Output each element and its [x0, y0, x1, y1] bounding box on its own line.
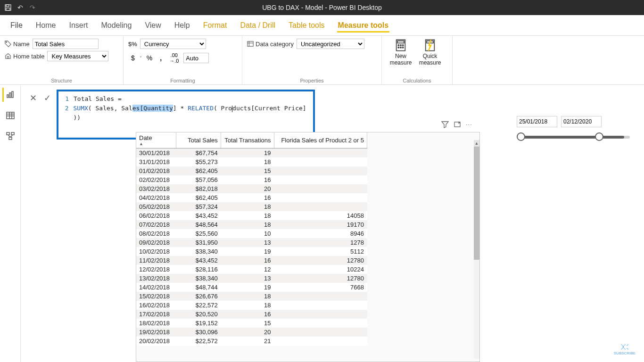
calculator-icon	[394, 39, 407, 52]
window-title: UBG to DAX - Model - Power BI Desktop	[262, 4, 382, 11]
menu-view[interactable]: View	[144, 18, 162, 33]
col-totalsales[interactable]: Total Sales	[176, 132, 221, 148]
format-select[interactable]: Currency	[140, 39, 206, 49]
table-row[interactable]: 30/01/2018$67,75419	[136, 148, 367, 158]
table-row[interactable]: 07/02/2018$48,5641819170	[136, 220, 367, 229]
measure-name-input[interactable]	[33, 39, 99, 49]
format-icon: $%	[128, 41, 137, 48]
save-icon[interactable]	[4, 3, 12, 12]
svg-rect-2	[6, 8, 10, 10]
table-row[interactable]: 15/02/2018$26,67618	[136, 292, 367, 301]
table-row[interactable]: 14/02/2018$48,744197668	[136, 283, 367, 292]
percent-button[interactable]: %	[144, 53, 155, 63]
datacategory-label: Data category	[247, 41, 294, 48]
svg-point-14	[400, 47, 401, 48]
table-row[interactable]: 18/02/2018$19,15215	[136, 319, 367, 328]
name-label: Name	[5, 41, 30, 48]
menu-modeling[interactable]: Modeling	[100, 18, 132, 33]
table-row[interactable]: 19/02/2018$30,09620	[136, 328, 367, 337]
svg-point-12	[403, 45, 404, 46]
subscribe-watermark: SUBSCRIBE	[614, 344, 636, 355]
date-slider[interactable]	[517, 136, 630, 139]
col-date[interactable]: Date▲	[136, 132, 176, 148]
commit-formula-button[interactable]: ✓	[41, 92, 53, 104]
filter-icon[interactable]	[441, 121, 449, 130]
svg-rect-4	[7, 57, 9, 58]
decimals-input[interactable]	[183, 53, 209, 63]
table-row[interactable]: 08/02/2018$25,560108946	[136, 229, 367, 238]
table-row[interactable]: 31/01/2018$55,27318	[136, 157, 367, 166]
currency-button[interactable]: $	[128, 53, 138, 63]
more-icon[interactable]: ···	[466, 121, 472, 130]
menu-datadrill[interactable]: Data / Drill	[239, 18, 276, 33]
table-row[interactable]: 06/02/2018$43,4521814058	[136, 211, 367, 220]
hometable-label: Home table	[5, 53, 44, 60]
svg-rect-20	[12, 91, 13, 98]
tag-icon	[5, 41, 11, 47]
home-icon	[5, 53, 11, 59]
menu-home[interactable]: Home	[35, 18, 57, 33]
col-florida[interactable]: Florida Sales of Product 2 or 5	[274, 132, 367, 148]
table-row[interactable]: 11/02/2018$43,4521612780	[136, 256, 367, 265]
table-row[interactable]: 20/02/2018$22,57221	[136, 337, 367, 346]
comma-button[interactable]: ,	[157, 53, 165, 63]
ribbon-group-calculations: New measure Quick measure Calculations	[382, 36, 453, 84]
quick-measure-button[interactable]: Quick measure	[416, 39, 444, 66]
data-category-select[interactable]: Uncategorized	[297, 39, 364, 49]
table-row[interactable]: 05/02/2018$57,32418	[136, 202, 367, 211]
slider-handle-start[interactable]	[517, 132, 525, 141]
svg-rect-21	[7, 112, 14, 119]
menubar: File Home Insert Modeling View Help Form…	[0, 15, 644, 36]
focus-icon[interactable]	[454, 121, 461, 130]
table-row[interactable]: 01/02/2018$62,40515	[136, 166, 367, 175]
date-slicer	[517, 116, 630, 139]
data-table: Date▲ Total Sales Total Transations Flor…	[136, 132, 367, 346]
scroll-up[interactable]: ▲	[474, 140, 479, 147]
scrollbar[interactable]	[474, 147, 479, 359]
svg-rect-26	[7, 132, 9, 135]
new-measure-button[interactable]: New measure	[387, 39, 415, 66]
menu-measuretools[interactable]: Measure tools	[337, 18, 390, 33]
menu-help[interactable]: Help	[173, 18, 191, 33]
table-row[interactable]: 12/02/2018$28,1161210224	[136, 265, 367, 274]
data-view-button[interactable]	[3, 108, 17, 123]
ribbon: Name Home table Key Measures Structure $…	[0, 36, 644, 85]
table-row[interactable]: 16/02/2018$22,57218	[136, 301, 367, 310]
table-row[interactable]: 02/02/2018$57,05616	[136, 175, 367, 184]
svg-point-11	[400, 45, 401, 46]
svg-rect-19	[9, 93, 11, 98]
table-row[interactable]: 10/02/2018$38,340195112	[136, 247, 367, 256]
svg-point-10	[398, 45, 399, 46]
menu-tabletools[interactable]: Table tools	[288, 18, 326, 33]
view-rail	[0, 85, 21, 362]
svg-rect-5	[248, 41, 253, 47]
table-row[interactable]: 13/02/2018$38,3401312780	[136, 274, 367, 283]
slider-handle-end[interactable]	[595, 132, 603, 141]
ribbon-group-structure: Name Home table Key Measures Structure	[0, 36, 124, 84]
slicer-to-date[interactable]	[561, 116, 602, 127]
table-row[interactable]: 09/02/2018$31,950131278	[136, 238, 367, 247]
menu-file[interactable]: File	[9, 18, 24, 33]
redo-icon[interactable]: ↷	[28, 3, 37, 12]
report-view-button[interactable]	[2, 88, 17, 102]
table-visual[interactable]: Date▲ Total Sales Total Transations Flor…	[136, 132, 480, 362]
slicer-from-date[interactable]	[517, 116, 557, 127]
decimal-button[interactable]: .00→.0	[166, 51, 182, 65]
table-row[interactable]: 17/02/2018$20,52016	[136, 310, 367, 319]
scroll-thumb[interactable]	[474, 147, 479, 260]
svg-point-15	[403, 47, 404, 48]
table-row[interactable]: 04/02/2018$62,40516	[136, 193, 367, 202]
model-view-button[interactable]	[3, 129, 17, 143]
titlebar: ↶ ↷ UBG to DAX - Model - Power BI Deskto…	[0, 0, 644, 15]
visual-header: ···	[441, 121, 472, 130]
cancel-formula-button[interactable]: ✕	[27, 92, 39, 104]
home-table-select[interactable]: Key Measures	[47, 51, 108, 61]
menu-format[interactable]: Format	[202, 18, 228, 33]
col-transactions[interactable]: Total Transations	[221, 132, 274, 148]
ribbon-group-properties: Data category Uncategorized Properties	[242, 36, 382, 84]
menu-insert[interactable]: Insert	[68, 18, 89, 33]
table-row[interactable]: 03/02/2018$82,01820	[136, 184, 367, 193]
svg-rect-28	[9, 137, 12, 140]
ribbon-group-formatting: $% Currency $˅ % , .00→.0 Formatting	[124, 36, 242, 84]
undo-icon[interactable]: ↶	[16, 3, 25, 12]
